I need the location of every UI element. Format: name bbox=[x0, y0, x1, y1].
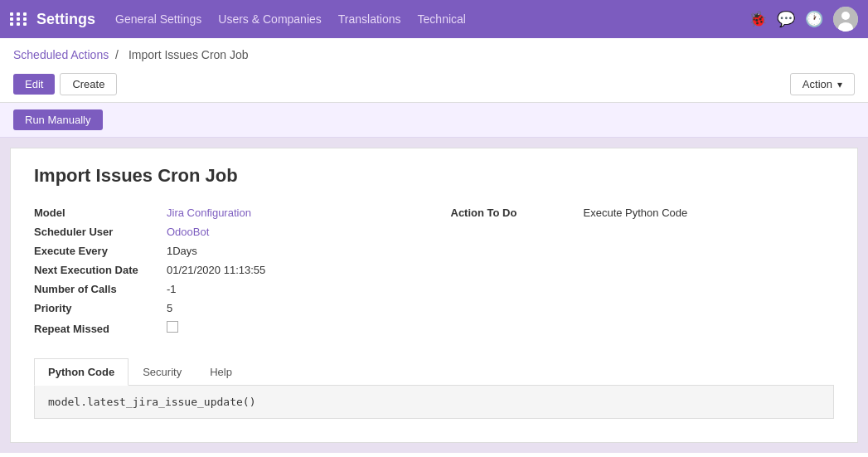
main-content: Import Issues Cron Job Model Jira Config… bbox=[0, 138, 868, 453]
action-chevron-icon bbox=[837, 78, 842, 90]
field-row-scheduler-user: Scheduler User OdooBot bbox=[34, 226, 418, 238]
user-avatar[interactable] bbox=[833, 7, 858, 32]
code-content: model.latest_jira_issue_update() bbox=[48, 396, 255, 408]
tab-help[interactable]: Help bbox=[196, 358, 246, 386]
breadcrumb-parent[interactable]: Scheduled Actions bbox=[13, 48, 109, 61]
field-label-execute-every: Execute Every bbox=[34, 245, 167, 257]
run-manually-bar: Run Manually bbox=[0, 103, 868, 138]
breadcrumb-current: Import Issues Cron Job bbox=[129, 48, 249, 61]
fields-left: Model Jira Configuration Scheduler User … bbox=[34, 207, 418, 342]
field-row-priority: Priority 5 bbox=[34, 302, 418, 314]
field-label-model: Model bbox=[34, 207, 167, 219]
action-button-label: Action bbox=[803, 78, 832, 90]
chat-icon[interactable]: 💬 bbox=[777, 10, 795, 28]
field-label-priority: Priority bbox=[34, 302, 167, 314]
code-area: model.latest_jira_issue_update() bbox=[34, 386, 834, 419]
tabs: Python Code Security Help bbox=[34, 358, 834, 386]
field-label-action-to-do: Action To Do bbox=[451, 207, 584, 219]
form-title: Import Issues Cron Job bbox=[34, 165, 834, 187]
fields-right: Action To Do Execute Python Code bbox=[451, 207, 835, 342]
svg-point-1 bbox=[841, 12, 850, 20]
field-value-action-to-do: Execute Python Code bbox=[584, 207, 688, 219]
field-value-execute-every: 1Days bbox=[167, 245, 197, 257]
field-label-next-exec: Next Execution Date bbox=[34, 264, 167, 276]
field-value-scheduler-user[interactable]: OdooBot bbox=[167, 226, 209, 238]
breadcrumb-separator: / bbox=[115, 48, 119, 61]
nav-users-companies[interactable]: Users & Companies bbox=[218, 9, 322, 29]
field-value-priority: 5 bbox=[167, 302, 172, 314]
field-row-next-exec: Next Execution Date 01/21/2020 11:13:55 bbox=[34, 264, 418, 276]
edit-button[interactable]: Edit bbox=[13, 74, 55, 95]
field-row-repeat-missed: Repeat Missed bbox=[34, 321, 418, 335]
grid-menu-icon[interactable] bbox=[10, 12, 28, 26]
field-checkbox-repeat-missed[interactable] bbox=[167, 321, 178, 333]
nav-translations[interactable]: Translations bbox=[338, 9, 401, 29]
clock-icon[interactable]: 🕐 bbox=[805, 10, 823, 28]
field-label-repeat-missed: Repeat Missed bbox=[34, 323, 167, 335]
field-row-action-to-do: Action To Do Execute Python Code bbox=[451, 207, 835, 219]
navbar-icons: 🐞 💬 🕐 bbox=[749, 7, 858, 32]
field-label-scheduler-user: Scheduler User bbox=[34, 226, 167, 238]
nav-general-settings[interactable]: General Settings bbox=[115, 9, 201, 29]
navbar-links: General Settings Users & Companies Trans… bbox=[115, 9, 749, 29]
field-row-execute-every: Execute Every 1Days bbox=[34, 245, 418, 257]
tab-python-code[interactable]: Python Code bbox=[34, 358, 129, 386]
field-value-next-exec: 01/21/2020 11:13:55 bbox=[167, 264, 265, 276]
field-label-number-calls: Number of Calls bbox=[34, 283, 167, 295]
field-value-number-calls: -1 bbox=[167, 283, 177, 295]
breadcrumb: Scheduled Actions / Import Issues Cron J… bbox=[0, 38, 868, 68]
toolbar: Edit Create Action bbox=[0, 68, 868, 103]
fields-section: Model Jira Configuration Scheduler User … bbox=[34, 207, 834, 342]
action-button[interactable]: Action bbox=[790, 73, 855, 95]
field-value-model[interactable]: Jira Configuration bbox=[167, 207, 251, 219]
tab-security[interactable]: Security bbox=[129, 358, 196, 386]
field-row-model: Model Jira Configuration bbox=[34, 207, 418, 219]
nav-technical[interactable]: Technical bbox=[418, 9, 466, 29]
field-row-number-calls: Number of Calls -1 bbox=[34, 283, 418, 295]
create-button[interactable]: Create bbox=[60, 73, 117, 95]
navbar: Settings General Settings Users & Compan… bbox=[0, 0, 868, 38]
app-brand: Settings bbox=[36, 11, 95, 28]
run-manually-button[interactable]: Run Manually bbox=[13, 109, 103, 130]
form-container: Import Issues Cron Job Model Jira Config… bbox=[10, 148, 858, 443]
bug-icon[interactable]: 🐞 bbox=[749, 10, 767, 28]
